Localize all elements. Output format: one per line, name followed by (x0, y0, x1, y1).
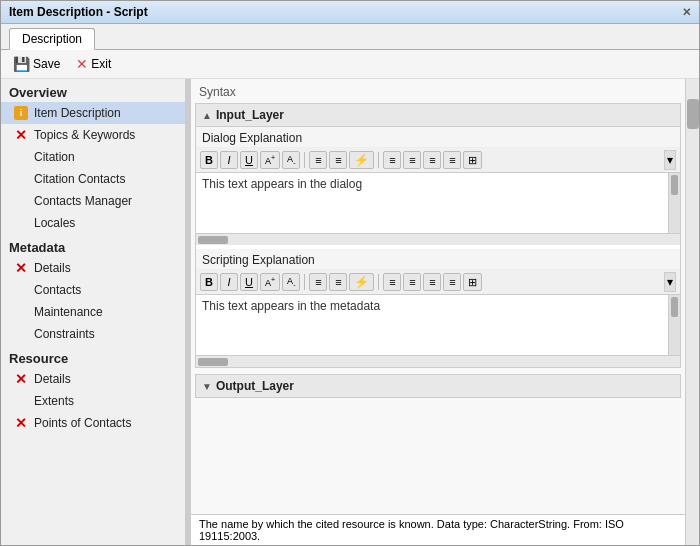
item-description-icon: i (13, 105, 29, 121)
superscript-button[interactable]: A+ (260, 151, 280, 169)
sidebar-item-label: Item Description (34, 106, 121, 120)
align-center-button-2[interactable]: ≡ (403, 273, 421, 291)
sidebar-item-label: Citation Contacts (34, 172, 125, 186)
italic-button-2[interactable]: I (220, 273, 238, 291)
subscript-button-2[interactable]: A- (282, 273, 300, 291)
section-output-layer-header[interactable]: ▼ Output_Layer (195, 374, 681, 398)
tab-bar: Description (1, 24, 699, 50)
sidebar-item-label: Locales (34, 216, 75, 230)
scripting-text-area[interactable]: This text appears in the metadata (196, 295, 668, 355)
section-input-layer: ▲ Input_Layer Dialog Explanation B I U A… (195, 103, 681, 368)
status-text: The name by which the cited resource is … (199, 518, 624, 542)
scripting-format-toolbar: B I U A+ A- ≡ ≡ ⚡ ≡ ≡ ≡ (196, 270, 680, 295)
toolbar-scroll: ▾ (664, 150, 676, 170)
special-button-2[interactable]: ⚡ (349, 273, 374, 291)
bold-button[interactable]: B (200, 151, 218, 169)
dialog-text-area[interactable]: This text appears in the dialog (196, 173, 668, 233)
section-input-layer-content: Dialog Explanation B I U A+ A- ≡ ≡ ⚡ (195, 127, 681, 368)
outer-scrollbar[interactable] (685, 79, 699, 545)
separator-3 (304, 274, 305, 290)
outer-scrollbar-thumb (687, 99, 699, 129)
resource-details-icon: ✕ (13, 371, 29, 387)
separator-2 (378, 152, 379, 168)
sidebar-item-topics-keywords[interactable]: ✕ Topics & Keywords (1, 124, 185, 146)
sidebar-item-item-description[interactable]: i Item Description (1, 102, 185, 124)
scripting-text-area-container: This text appears in the metadata (196, 295, 680, 355)
align-right-button[interactable]: ≡ (423, 151, 441, 169)
dialog-scrollbar[interactable] (668, 173, 680, 233)
window-close-button[interactable]: ✕ (682, 6, 691, 19)
chevron-up-icon: ▲ (202, 110, 212, 121)
section-input-layer-header[interactable]: ▲ Input_Layer (195, 103, 681, 127)
separator-1 (304, 152, 305, 168)
sidebar-item-label: Details (34, 261, 71, 275)
sidebar-item-maintenance[interactable]: Maintenance (1, 301, 185, 323)
exit-button[interactable]: ✕ Exit (72, 54, 115, 74)
scripting-scrollbar[interactable] (668, 295, 680, 355)
right-panel: Syntax ▲ Input_Layer Dialog Explanation … (191, 79, 685, 545)
sidebar-item-resource-details[interactable]: ✕ Details (1, 368, 185, 390)
underline-button[interactable]: U (240, 151, 258, 169)
sidebar-item-label: Contacts (34, 283, 81, 297)
align-right-button-2[interactable]: ≡ (423, 273, 441, 291)
list-button-2[interactable]: ≡ (309, 273, 327, 291)
sidebar-item-label: Topics & Keywords (34, 128, 135, 142)
dialog-hscrollbar[interactable] (196, 233, 680, 245)
sidebar-item-extents[interactable]: Extents (1, 390, 185, 412)
special-button[interactable]: ⚡ (349, 151, 374, 169)
sidebar-item-label: Points of Contacts (34, 416, 131, 430)
scripting-scrollbar-thumb (671, 297, 678, 317)
list2-button[interactable]: ≡ (329, 151, 347, 169)
scripting-hscrollbar[interactable] (196, 355, 680, 367)
scripting-hscrollbar-thumb (198, 358, 228, 366)
syntax-label: Syntax (195, 83, 681, 103)
dialog-text-area-container: This text appears in the dialog (196, 173, 680, 233)
sidebar-scroll[interactable]: Overview i Item Description ✕ Topics & K… (1, 79, 185, 545)
subscript-button[interactable]: A- (282, 151, 300, 169)
sidebar-item-metadata-details[interactable]: ✕ Details (1, 257, 185, 279)
toolbar-scroll-2: ▾ (664, 272, 676, 292)
toolbar: 💾 Save ✕ Exit (1, 50, 699, 79)
sidebar-item-constraints[interactable]: Constraints (1, 323, 185, 345)
status-bar: The name by which the cited resource is … (191, 514, 685, 545)
right-scroll-area[interactable]: Syntax ▲ Input_Layer Dialog Explanation … (191, 79, 685, 514)
exit-icon: ✕ (76, 56, 88, 72)
list2-button-2[interactable]: ≡ (329, 273, 347, 291)
sidebar-group-overview: Overview (1, 79, 185, 102)
points-contacts-icon: ✕ (13, 415, 29, 431)
metadata-details-icon: ✕ (13, 260, 29, 276)
title-bar: Item Description - Script ✕ (1, 1, 699, 24)
sidebar-item-label: Details (34, 372, 71, 386)
sidebar-item-contacts[interactable]: Contacts (1, 279, 185, 301)
sidebar-item-citation-contacts[interactable]: Citation Contacts (1, 168, 185, 190)
align-justify-button-2[interactable]: ≡ (443, 273, 461, 291)
sidebar: Overview i Item Description ✕ Topics & K… (1, 79, 186, 545)
superscript-button-2[interactable]: A+ (260, 273, 280, 291)
sidebar-item-locales[interactable]: Locales (1, 212, 185, 234)
scripting-explanation-label: Scripting Explanation (196, 249, 680, 270)
sidebar-item-contacts-manager[interactable]: Contacts Manager (1, 190, 185, 212)
align-left-button[interactable]: ≡ (383, 151, 401, 169)
bold-button-2[interactable]: B (200, 273, 218, 291)
align-center-button[interactable]: ≡ (403, 151, 421, 169)
dialog-hscrollbar-thumb (198, 236, 228, 244)
save-button[interactable]: 💾 Save (9, 54, 64, 74)
topics-keywords-icon: ✕ (13, 127, 29, 143)
save-icon: 💾 (13, 56, 30, 72)
dialog-format-toolbar: B I U A+ A- ≡ ≡ ⚡ ≡ ≡ ≡ (196, 148, 680, 173)
sidebar-group-resource: Resource (1, 345, 185, 368)
align-left-button-2[interactable]: ≡ (383, 273, 401, 291)
sidebar-item-label: Contacts Manager (34, 194, 132, 208)
italic-button[interactable]: I (220, 151, 238, 169)
indent-button-2[interactable]: ⊞ (463, 273, 482, 291)
underline-button-2[interactable]: U (240, 273, 258, 291)
sidebar-item-label: Constraints (34, 327, 95, 341)
tab-description[interactable]: Description (9, 28, 95, 50)
align-justify-button[interactable]: ≡ (443, 151, 461, 169)
chevron-down-icon: ▼ (202, 381, 212, 392)
sidebar-item-label: Extents (34, 394, 74, 408)
indent-button[interactable]: ⊞ (463, 151, 482, 169)
list-button[interactable]: ≡ (309, 151, 327, 169)
sidebar-item-citation[interactable]: Citation (1, 146, 185, 168)
sidebar-item-points-contacts[interactable]: ✕ Points of Contacts (1, 412, 185, 434)
